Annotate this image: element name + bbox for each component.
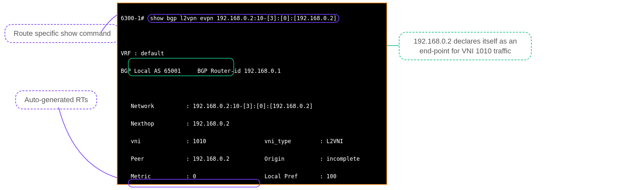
- terminal-window: 6300-1# show bgp l2vpn evpn 192.168.0.2:…: [117, 3, 387, 185]
- callout-label-line2: end-point for VNI 1010 traffic: [420, 47, 511, 55]
- callout-show-command: Route specific show command: [5, 24, 120, 43]
- highlight-show-command: show bgp l2vpn evpn 192.168.0.2:10-[3]:[…: [147, 14, 339, 23]
- line-vrf: VRF : default: [121, 49, 383, 58]
- key-nexthop: Nexthop: [131, 119, 186, 128]
- val-origin: incomplete: [327, 156, 360, 162]
- callout-label: Route specific show command: [14, 29, 111, 37]
- key-peer: Peer: [131, 155, 186, 163]
- val-nexthop: 192.168.0.2: [193, 120, 230, 127]
- row-peer: Peer: 192.168.0.2Origin: incomplete: [121, 155, 383, 163]
- terminal-prompt: 6300-1#: [121, 15, 147, 21]
- val-peer: 192.168.0.2: [193, 155, 264, 163]
- callout-label-line1: 192.168.0.2 declares itself as an: [414, 37, 517, 45]
- val-vnitype: L2VNI: [327, 138, 343, 144]
- val-vni: 1010: [193, 137, 264, 146]
- val-lpref: 100: [327, 173, 337, 180]
- val-network: 192.168.0.2:10-[3]:[0]:[192.168.0.2]: [193, 103, 313, 109]
- key-lpref: Local Pref: [264, 172, 320, 181]
- row-vni: vni: 1010vni_type: L2VNI: [121, 137, 383, 146]
- callout-auto-rts: Auto-generated RTs: [15, 90, 97, 109]
- terminal-command-line: 6300-1# show bgp l2vpn evpn 192.168.0.2:…: [121, 14, 383, 23]
- row-network: Network: 192.168.0.2:10-[3]:[0]:[192.168…: [121, 102, 383, 111]
- key-vni: vni: [131, 137, 186, 146]
- callout-label: Auto-generated RTs: [24, 96, 88, 104]
- row-nexthop: Nexthop: 192.168.0.2: [121, 119, 383, 128]
- key-vnitype: vni_type: [264, 137, 320, 146]
- key-origin: Origin: [264, 155, 320, 163]
- highlight-ext-communities: [128, 179, 260, 187]
- highlight-nexthop-vni: [128, 58, 234, 76]
- callout-endpoint: 192.168.0.2 declares itself as an end-po…: [399, 32, 532, 60]
- key-network: Network: [131, 102, 186, 111]
- terminal-command: show bgp l2vpn evpn 192.168.0.2:10-[3]:[…: [150, 15, 337, 21]
